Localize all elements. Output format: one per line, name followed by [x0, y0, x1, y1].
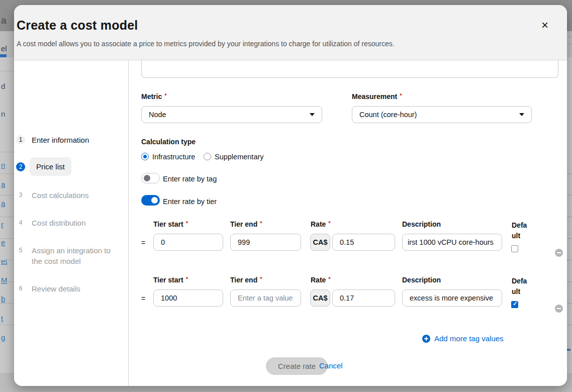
background-text-fragment: a [1, 15, 7, 26]
background-link-fragment [567, 349, 570, 351]
description-input-row2[interactable] [402, 289, 502, 307]
supplementary-radio-label[interactable]: Supplementary [215, 153, 264, 161]
background-row-line [0, 152, 14, 152]
background-row-line [0, 281, 14, 282]
rate-input-row1[interactable] [332, 234, 395, 251]
background-row-line [0, 238, 14, 239]
cancel-button[interactable]: Cancel [319, 361, 343, 370]
background-text-fragment: el [1, 44, 7, 53]
tier-start-label: Tier start* [153, 276, 188, 284]
remove-tier-icon-row2[interactable] [555, 305, 563, 313]
background-row-line [567, 173, 572, 174]
background-link-fragment: et [1, 257, 8, 265]
required-asterisk: * [164, 92, 166, 99]
step-number: 2 [16, 162, 25, 171]
rate-label-text: Rate [311, 220, 326, 228]
chevron-down-icon [310, 113, 315, 116]
wizard-step-cost-distribution: 4 Cost distribution [16, 218, 86, 228]
default-checkbox-row1[interactable] [511, 245, 518, 252]
background-row-line [567, 281, 572, 282]
background-row-line [567, 260, 572, 260]
background-text-fragment: d [1, 82, 5, 90]
background-link-fragment: t [1, 314, 3, 323]
required-asterisk: * [328, 220, 330, 226]
chevron-down-icon [519, 113, 524, 116]
background-row-line [0, 303, 14, 304]
background-row-line [567, 44, 572, 44]
tier-end-label: Tier end* [230, 276, 262, 284]
enter-rate-by-tier-toggle[interactable] [141, 195, 160, 206]
metric-label-text: Metric [141, 92, 162, 101]
enter-rate-by-tag-toggle[interactable] [141, 173, 160, 183]
calculation-type-label: Calculation type [141, 138, 196, 146]
tier-end-label-text: Tier end [230, 276, 257, 284]
background-row-line [0, 260, 14, 260]
background-link-fragment: e [1, 238, 5, 247]
tier-end-input-row2[interactable] [230, 289, 301, 307]
background-link-fragment: r [1, 220, 4, 229]
background-row-line [567, 303, 572, 304]
currency-prefix: CA$ [310, 289, 330, 307]
supplementary-radio[interactable] [204, 153, 211, 160]
close-icon[interactable]: × [537, 17, 553, 33]
equals-sign: = [141, 295, 145, 303]
required-asterisk: * [186, 276, 188, 282]
infrastructure-radio-label[interactable]: Infrastructure [152, 153, 195, 161]
clipped-top-input[interactable] [141, 60, 558, 78]
description-label: Description [402, 220, 441, 228]
modal-header: Create a cost model A cost model allows … [14, 5, 567, 60]
background-row-line [0, 217, 14, 217]
infrastructure-radio[interactable] [141, 153, 149, 160]
add-more-tag-values-link[interactable]: Add more tag values [422, 334, 504, 343]
create-rate-button[interactable]: Create rate [266, 357, 328, 375]
background-row-line [0, 173, 14, 174]
step-label: Review details [32, 283, 80, 294]
remove-tier-icon-row1[interactable] [555, 249, 563, 257]
tier-start-label-text: Tier start [153, 220, 183, 228]
description-input-row1[interactable] [402, 234, 502, 251]
rate-label-text: Rate [311, 276, 326, 284]
metric-select[interactable]: Node [141, 106, 322, 123]
step-number: 3 [16, 190, 25, 200]
modal-title: Create a cost model [17, 18, 138, 33]
background-link-fragment: a [1, 199, 5, 208]
tier-end-input-row1[interactable] [230, 234, 301, 251]
tier-start-label-text: Tier start [153, 276, 183, 284]
price-list-form: Metric* Node Measurement* Count (core-ho… [129, 5, 567, 386]
tier-end-label-text: Tier end [230, 220, 257, 228]
rate-input-row2[interactable] [332, 289, 395, 307]
enter-rate-by-tag-label: Enter rate by tag [163, 175, 217, 183]
background-active-tab-underline [0, 54, 7, 57]
tier-start-input-row1[interactable] [153, 234, 223, 251]
default-checkbox-row2[interactable] [511, 301, 518, 308]
step-label: Price list [30, 157, 71, 176]
tier-start-input-row2[interactable] [153, 289, 223, 307]
plus-icon [422, 335, 430, 343]
enter-rate-by-tier-label: Enter rate by tier [163, 198, 217, 206]
background-row-line [567, 325, 572, 325]
background-row-line [0, 195, 14, 195]
measurement-select[interactable]: Count (core-hour) [352, 106, 532, 123]
wizard-step-assign-integration: 5 Assign an integration to the cost mode… [16, 245, 115, 266]
wizard-step-price-list[interactable]: 2 Price list [16, 162, 71, 176]
wizard-step-review-details: 6 Review details [16, 283, 80, 294]
metric-label: Metric* [141, 92, 167, 101]
step-label: Cost calculations [32, 190, 88, 201]
currency-prefix: CA$ [310, 234, 330, 251]
background-text-fragment: n [1, 110, 5, 118]
background-row-line [0, 325, 14, 325]
measurement-label-text: Measurement [352, 92, 397, 101]
step-label: Assign an integration to the cost model [32, 245, 115, 266]
required-asterisk: * [328, 276, 330, 282]
required-asterisk: * [260, 220, 262, 226]
tier-end-label: Tier end* [230, 220, 262, 228]
wizard-step-enter-information[interactable]: 1 Enter information [16, 135, 89, 145]
background-row-line [567, 238, 572, 239]
modal-subtitle: A cost model allows you to associate a p… [17, 40, 395, 48]
background-link-fragment: b [1, 295, 5, 303]
equals-sign: = [141, 239, 145, 247]
step-label: Cost distribution [32, 218, 86, 228]
default-label: Default [512, 276, 530, 297]
rate-label: Rate* [311, 220, 331, 228]
measurement-select-value: Count (core-hour) [359, 111, 417, 119]
